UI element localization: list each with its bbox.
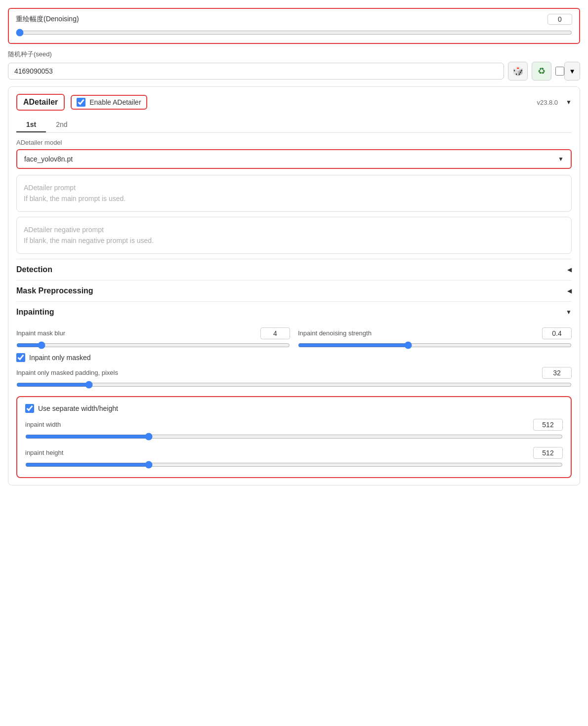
neg-prompt-placeholder: ADetailer negative promptIf blank, the m… [24, 224, 564, 246]
inpainting-params: Inpaint mask blur 4 Inpaint denoising st… [16, 327, 572, 349]
model-value: face_yolov8n.pt [24, 155, 73, 163]
denoising-strength-header: Inpaint denoising strength 0.4 [298, 327, 572, 339]
inpainting-arrow: ▼ [566, 309, 572, 316]
denoising-section: 重绘幅度(Denoising) 0 [8, 8, 580, 44]
inpainting-header[interactable]: Inpainting ▼ [16, 301, 572, 323]
denoising-title: 重绘幅度(Denoising) [16, 15, 79, 24]
padding-label: Inpaint only masked padding, pixels [16, 369, 542, 376]
mask-blur-col: Inpaint mask blur 4 [16, 327, 290, 349]
mask-blur-label: Inpaint mask blur [16, 329, 260, 337]
enable-adetailer-row: Enable ADetailer [77, 98, 141, 107]
seed-section: 随机种子(seed) 🎲 ♻ ▼ [8, 50, 580, 81]
model-label: ADetailer model [16, 139, 572, 146]
inpaint-width-label: inpaint width [25, 421, 533, 428]
inpaint-width-value[interactable]: 512 [533, 419, 563, 431]
inpaint-width-section: inpaint width 512 [25, 419, 563, 442]
seed-arrow-button[interactable]: ▼ [564, 62, 580, 81]
inpaint-only-masked-label: Inpaint only masked [29, 354, 91, 362]
detection-arrow: ◀ [567, 266, 572, 273]
separate-wh-box: Use separate width/height inpaint width … [16, 396, 572, 478]
inpaint-only-masked-row: Inpaint only masked [16, 353, 572, 362]
padding-slider[interactable] [16, 381, 572, 389]
dice-icon: 🎲 [512, 66, 523, 77]
model-dropdown[interactable]: face_yolov8n.pt ▼ [16, 149, 572, 169]
inpaint-width-slider[interactable] [25, 433, 563, 441]
adetailer-title-box: ADetailer [16, 94, 65, 111]
version-badge: v23.8.0 [537, 99, 558, 106]
denoising-strength-value[interactable]: 0.4 [542, 327, 572, 339]
denoising-strength-label: Inpaint denoising strength [298, 329, 542, 337]
adetailer-container: ADetailer Enable ADetailer v23.8.0 ▼ 1st… [8, 86, 580, 485]
inpaint-only-masked-checkbox[interactable] [16, 353, 25, 362]
model-dropdown-arrow: ▼ [558, 156, 564, 162]
seed-input[interactable] [8, 63, 504, 80]
mask-preprocessing-title: Mask Preprocessing [16, 286, 93, 295]
enable-adetailer-label: Enable ADetailer [89, 98, 141, 106]
inpaint-width-row: inpaint width 512 [25, 419, 563, 431]
inpaint-height-section: inpaint height 512 [25, 447, 563, 470]
inpaint-height-row: inpaint height 512 [25, 447, 563, 459]
detection-title: Detection [16, 265, 52, 274]
model-section: ADetailer model face_yolov8n.pt ▼ [16, 139, 572, 169]
separate-wh-checkbox[interactable] [25, 404, 34, 413]
prompt-placeholder: ADetailer promptIf blank, the main promp… [24, 182, 564, 204]
tabs-row: 1st 2nd [16, 118, 572, 133]
neg-prompt-box[interactable]: ADetailer negative promptIf blank, the m… [16, 217, 572, 254]
seed-row: 🎲 ♻ ▼ [8, 62, 580, 81]
seed-checkbox[interactable] [555, 67, 564, 76]
prompt-box[interactable]: ADetailer promptIf blank, the main promp… [16, 175, 572, 212]
adetailer-header: ADetailer Enable ADetailer v23.8.0 ▼ [16, 94, 572, 111]
tab-2nd[interactable]: 2nd [46, 118, 77, 132]
denoising-slider[interactable] [16, 29, 572, 37]
padding-row: Inpaint only masked padding, pixels 32 [16, 367, 572, 379]
denoising-value[interactable]: 0 [547, 14, 572, 25]
inpaint-height-slider[interactable] [25, 461, 563, 469]
recycle-icon: ♻ [538, 66, 546, 77]
seed-label: 随机种子(seed) [8, 50, 580, 59]
mask-preprocessing-arrow: ◀ [567, 287, 572, 294]
adetailer-right: v23.8.0 ▼ [537, 99, 572, 106]
mask-blur-header: Inpaint mask blur 4 [16, 327, 290, 339]
inpainting-title: Inpainting [16, 308, 54, 317]
recycle-button[interactable]: ♻ [532, 62, 551, 81]
enable-adetailer-box: Enable ADetailer [71, 95, 147, 110]
seed-arrow-icon: ▼ [569, 68, 575, 75]
inpaint-height-label: inpaint height [25, 449, 533, 456]
adetailer-title-group: ADetailer Enable ADetailer [16, 94, 147, 111]
denoising-header: 重绘幅度(Denoising) 0 [16, 14, 572, 25]
enable-adetailer-checkbox[interactable] [77, 98, 85, 107]
mask-blur-value[interactable]: 4 [260, 327, 290, 339]
tab-1st[interactable]: 1st [16, 118, 46, 132]
separate-wh-row: Use separate width/height [25, 404, 563, 413]
denoising-strength-col: Inpaint denoising strength 0.4 [298, 327, 572, 349]
padding-section: Inpaint only masked padding, pixels 32 [16, 367, 572, 390]
mask-blur-slider[interactable] [16, 341, 290, 349]
mask-preprocessing-header[interactable]: Mask Preprocessing ◀ [16, 280, 572, 301]
padding-value[interactable]: 32 [542, 367, 572, 379]
separate-wh-label: Use separate width/height [38, 404, 118, 412]
inpaint-height-value[interactable]: 512 [533, 447, 563, 459]
adetailer-title: ADetailer [23, 98, 58, 106]
dice-button[interactable]: 🎲 [508, 62, 528, 81]
denoising-strength-slider[interactable] [298, 341, 572, 349]
adetailer-collapse-arrow[interactable]: ▼ [566, 99, 572, 106]
detection-header[interactable]: Detection ◀ [16, 259, 572, 280]
